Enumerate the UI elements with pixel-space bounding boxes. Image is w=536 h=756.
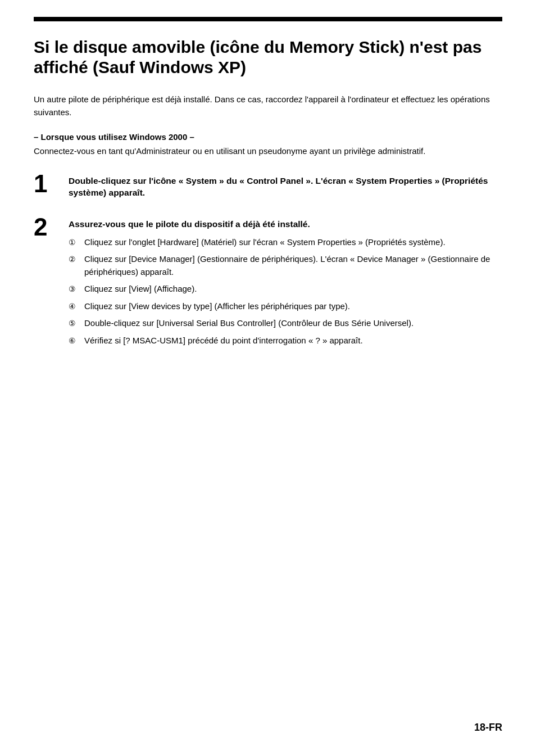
step-1-title: Double-cliquez sur l'icône « System » du… — [69, 175, 502, 199]
step-2: 2 Assurez-vous que le pilote du disposit… — [34, 215, 502, 351]
sub-step-num: ④ — [69, 300, 84, 313]
step-2-number: 2 — [34, 215, 63, 239]
sub-step-num: ③ — [69, 283, 84, 295]
sub-step-num: ① — [69, 236, 84, 248]
windows-section-heading: – Lorsque vous utilisez Windows 2000 – — [34, 132, 502, 142]
steps-container: 1 Double-cliquez sur l'icône « System » … — [34, 171, 502, 352]
sub-step-item: ⑤Double-cliquez sur [Universal Serial Bu… — [69, 317, 502, 330]
sub-steps-list: ①Cliquez sur l'onglet [Hardware] (Matéri… — [69, 236, 502, 347]
page-container: Si le disque amovible (icône du Memory S… — [0, 0, 536, 395]
sub-step-text: Double-cliquez sur [Universal Serial Bus… — [84, 317, 502, 330]
intro-text: Un autre pilote de périphérique est déjà… — [34, 93, 502, 119]
step-1-content: Double-cliquez sur l'icône « System » du… — [69, 171, 502, 205]
page-footer: 18-FR — [474, 722, 502, 734]
windows-section-text: Connectez-vous en tant qu'Administrateur… — [34, 145, 502, 158]
sub-step-num: ② — [69, 253, 84, 265]
sub-step-text: Cliquez sur l'onglet [Hardware] (Matérie… — [84, 236, 502, 249]
sub-step-num: ⑤ — [69, 317, 84, 329]
sub-step-num: ⑥ — [69, 334, 84, 347]
sub-step-item: ③Cliquez sur [View] (Affichage). — [69, 283, 502, 296]
sub-step-text: Cliquez sur [View] (Affichage). — [84, 283, 502, 296]
sub-step-item: ⑥Vérifiez si [? MSAC-USM1] précédé du po… — [69, 334, 502, 347]
step-2-title: Assurez-vous que le pilote du dispositif… — [69, 218, 502, 230]
step-1-number: 1 — [34, 171, 63, 196]
step-1: 1 Double-cliquez sur l'icône « System » … — [34, 171, 502, 205]
sub-step-item: ②Cliquez sur [Device Manager] (Gestionna… — [69, 253, 502, 278]
sub-step-item: ④Cliquez sur [View devices by type] (Aff… — [69, 300, 502, 313]
sub-step-item: ①Cliquez sur l'onglet [Hardware] (Matéri… — [69, 236, 502, 249]
top-bar — [34, 17, 502, 21]
sub-step-text: Cliquez sur [View devices by type] (Affi… — [84, 300, 502, 313]
step-2-content: Assurez-vous que le pilote du dispositif… — [69, 215, 502, 351]
sub-step-text: Vérifiez si [? MSAC-USM1] précédé du poi… — [84, 334, 502, 347]
sub-step-text: Cliquez sur [Device Manager] (Gestionnai… — [84, 253, 502, 278]
page-title: Si le disque amovible (icône du Memory S… — [34, 37, 502, 78]
